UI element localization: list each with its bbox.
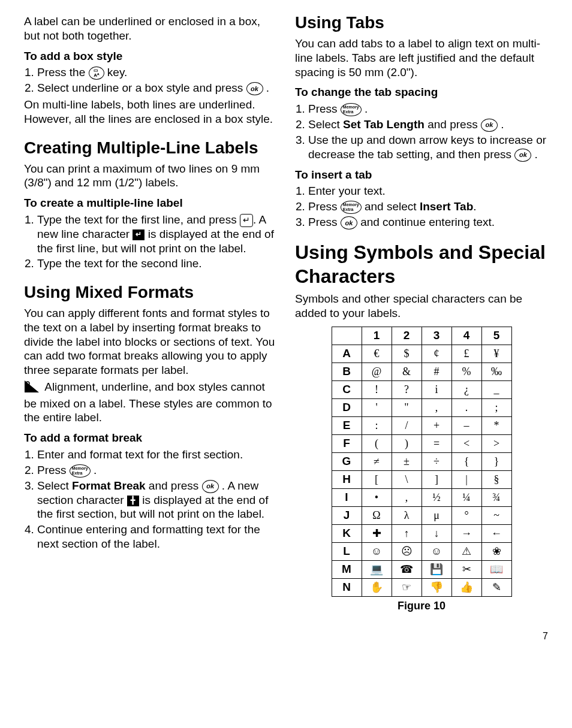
row-header: M <box>332 560 362 578</box>
col-header: 3 <box>422 327 451 345</box>
enter-key-icon: ↵ <box>240 214 253 227</box>
intro-paragraph: A label can be underlined or enclosed in… <box>24 14 277 43</box>
page-number: 7 <box>24 630 548 642</box>
add-box-step-2: Select underline or a box style and pres… <box>37 81 277 95</box>
insert-tab-step-2: Press MemoryExtra and select Insert Tab. <box>308 200 548 214</box>
table-row: N✋☞👎👍✎ <box>332 578 511 596</box>
mixed-formats-heading: Using Mixed Formats <box>24 282 277 303</box>
insert-tab-heading: To insert a tab <box>295 168 548 182</box>
row-header: A <box>332 345 362 363</box>
row-header: L <box>332 542 362 560</box>
add-box-steps: Press the ▭Aᴬ key. Select underline or a… <box>24 65 277 95</box>
memory-extra-key-icon: MemoryExtra <box>70 464 91 478</box>
table-row: A€$¢£¥ <box>332 345 511 363</box>
change-tab-step-2: Select Set Tab Length and press ok . <box>308 117 548 132</box>
memory-extra-key-icon: MemoryExtra <box>341 103 362 116</box>
add-box-style-heading: To add a box style <box>24 49 277 64</box>
insert-tab-steps: Enter your text. Press MemoryExtra and s… <box>295 184 548 229</box>
format-break-steps: Enter and format text for the first sect… <box>24 448 277 551</box>
create-multiline-step-2: Type the text for the second line. <box>37 256 277 271</box>
row-header: G <box>332 452 362 470</box>
create-multiline-heading: To create a multiple-line label <box>24 196 277 210</box>
format-break-step-4: Continue entering and formatting text fo… <box>37 522 277 551</box>
section-break-icon: ╋ <box>127 496 139 506</box>
table-row: H[\]|§ <box>332 470 511 488</box>
col-header: 5 <box>481 327 511 345</box>
row-header: C <box>332 380 362 398</box>
format-break-heading: To add a format break <box>24 431 277 445</box>
newline-char-icon: ↵ <box>133 229 144 240</box>
box-key-icon: ▭Aᴬ <box>89 67 104 80</box>
set-tab-length-bold: Set Tab Length <box>343 118 425 131</box>
col-header: 2 <box>392 327 422 345</box>
symbols-table: 1 2 3 4 5 A€$¢£¥ B@&#%‰ C!?i¿_ D'",.; E:… <box>332 327 512 597</box>
symbols-para: Symbols and other special characters can… <box>295 292 548 321</box>
table-row: M💻☎💾✂📖 <box>332 560 511 578</box>
corner-cell <box>332 327 362 345</box>
ok-key-icon: ok <box>514 149 531 162</box>
change-tab-steps: Press MemoryExtra . Select Set Tab Lengt… <box>295 102 548 162</box>
table-row: D'",.; <box>332 398 511 416</box>
memory-extra-key-icon: MemoryExtra <box>341 201 362 214</box>
insert-tab-step-3: Press ok and continue entering text. <box>308 215 548 229</box>
row-header: K <box>332 524 362 542</box>
figure-caption: Figure 10 <box>295 599 548 613</box>
table-header-row: 1 2 3 4 5 <box>332 327 511 345</box>
insert-tab-step-1: Enter your text. <box>308 184 548 198</box>
col-header: 1 <box>362 327 392 345</box>
change-tab-spacing-heading: To change the tab spacing <box>295 85 548 99</box>
multiline-para: You can print a maximum of two lines on … <box>24 162 277 191</box>
row-header: I <box>332 488 362 506</box>
create-multiline-steps: Type the text for the first line, and pr… <box>24 213 277 271</box>
ok-key-icon: ok <box>202 480 219 493</box>
change-tab-step-1: Press MemoryExtra . <box>308 102 548 116</box>
row-header: F <box>332 434 362 452</box>
table-row: JΩλμ°~ <box>332 506 511 524</box>
add-box-step-1: Press the ▭Aᴬ key. <box>37 65 277 80</box>
format-break-step-2: Press MemoryExtra . <box>37 463 277 478</box>
row-header: B <box>332 363 362 380</box>
table-row: C!?i¿_ <box>332 380 511 398</box>
insert-tab-bold: Insert Tab <box>420 200 473 213</box>
mixed-formats-note: Alignment, underline, and box styles can… <box>24 380 277 425</box>
table-row: F()=<> <box>332 434 511 452</box>
col-header: 4 <box>451 327 481 345</box>
row-header: J <box>332 506 362 524</box>
row-header: D <box>332 398 362 416</box>
using-tabs-heading: Using Tabs <box>295 12 548 33</box>
format-break-step-1: Enter and format text for the first sect… <box>37 448 277 462</box>
row-header: N <box>332 578 362 596</box>
table-row: L☺☹☺⚠❀ <box>332 542 511 560</box>
format-break-bold: Format Break <box>72 479 146 492</box>
note-icon <box>24 380 40 397</box>
table-row: I•,½¼¾ <box>332 488 511 506</box>
ok-key-icon: ok <box>246 82 263 95</box>
add-box-note: On multi-line labels, both lines are und… <box>24 98 277 126</box>
table-row: K✚↑↓→← <box>332 524 511 542</box>
ok-key-icon: ok <box>341 216 357 229</box>
row-header: E <box>332 416 362 434</box>
row-header: H <box>332 470 362 488</box>
mixed-formats-para: You can apply different fonts and format… <box>24 306 277 377</box>
format-break-step-3: Select Format Break and press ok . A new… <box>37 479 277 521</box>
table-row: B@&#%‰ <box>332 363 511 380</box>
ok-key-icon: ok <box>481 119 498 132</box>
symbols-heading: Using Symbols and Special Characters <box>295 240 548 288</box>
create-multiline-step-1: Type the text for the first line, and pr… <box>37 213 277 255</box>
table-row: G≠±÷{} <box>332 452 511 470</box>
creating-multiline-heading: Creating Multiple-Line Labels <box>24 137 277 158</box>
tabs-para: You can add tabs to a label to align tex… <box>295 37 548 79</box>
change-tab-step-3: Use the up and down arrow keys to increa… <box>308 133 548 162</box>
table-row: E:/+–* <box>332 416 511 434</box>
